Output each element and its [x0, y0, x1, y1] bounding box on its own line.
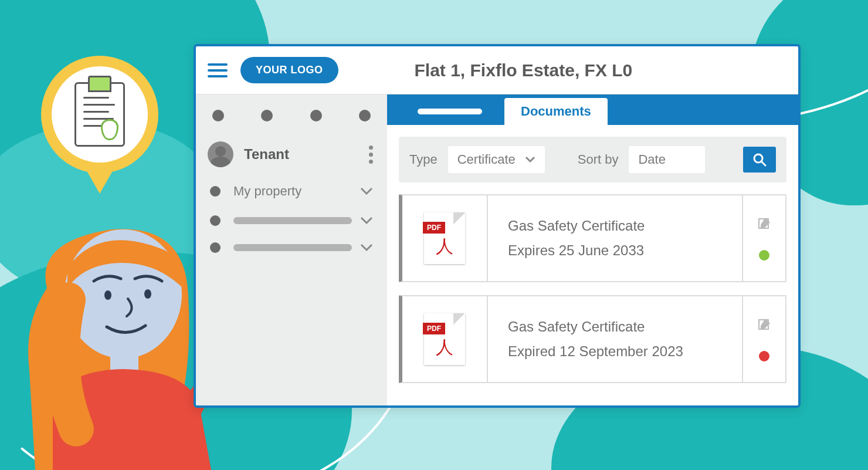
nav-placeholder-bar: [233, 244, 352, 251]
nav-placeholder-bar: [233, 217, 352, 224]
svg-line-7: [761, 161, 765, 165]
tenant-label: Tenant: [244, 146, 367, 163]
pdf-file-icon: PDF 人: [424, 313, 465, 365]
nav-bullet-icon: [210, 215, 221, 226]
brand-logo: YOUR LOGO: [240, 57, 338, 83]
filter-bar: Type Certificate Sort by Date: [399, 137, 786, 182]
search-icon: [752, 153, 767, 167]
shield-icon: [101, 119, 118, 140]
chevron-down-icon: [360, 187, 373, 195]
edit-icon[interactable]: [757, 216, 771, 230]
svg-point-1: [104, 290, 111, 300]
sidebar-item-placeholder[interactable]: [196, 207, 387, 234]
sidebar-item-placeholder[interactable]: [196, 234, 387, 261]
tab-documents[interactable]: Documents: [504, 98, 608, 125]
clipboard-pin-badge: [41, 56, 158, 197]
status-indicator: [759, 250, 769, 261]
main-panel: Documents Type Certificate Sort by Date: [387, 94, 798, 405]
filter-sort-value: Date: [638, 152, 665, 167]
filter-sort-label: Sort by: [578, 152, 619, 167]
document-card[interactable]: PDF 人 Gas Safety Certificate Expires 25 …: [399, 194, 786, 282]
chevron-down-icon: [360, 244, 373, 252]
sidebar-dot[interactable]: [359, 110, 371, 121]
pdf-badge: PDF: [423, 323, 445, 334]
edit-icon[interactable]: [757, 317, 771, 331]
document-thumbnail: PDF 人: [402, 195, 488, 281]
sidebar-dot[interactable]: [261, 110, 273, 121]
document-expiry: Expires 25 June 2033: [508, 242, 742, 259]
document-title: Gas Safety Certificate: [508, 319, 742, 335]
document-actions: [742, 195, 785, 281]
chevron-down-icon: [525, 156, 535, 163]
document-info: Gas Safety Certificate Expired 12 Septem…: [488, 296, 742, 382]
filter-type-value: Certificate: [457, 152, 516, 167]
status-indicator: [759, 351, 769, 361]
search-button[interactable]: [743, 147, 776, 173]
svg-point-2: [144, 289, 151, 299]
chevron-down-icon: [360, 217, 373, 225]
tabbar: Documents: [387, 94, 798, 125]
pdf-badge: PDF: [423, 222, 445, 234]
nav-bullet-icon: [210, 242, 221, 253]
document-title: Gas Safety Certificate: [508, 218, 742, 234]
app-window: YOUR LOGO Flat 1, Fixflo Estate, FX L0 T…: [194, 44, 801, 408]
hamburger-menu-icon[interactable]: [208, 63, 228, 77]
document-card[interactable]: PDF 人 Gas Safety Certificate Expired 12 …: [399, 295, 786, 383]
document-expiry: Expired 12 September 2023: [508, 343, 742, 360]
pdf-file-icon: PDF 人: [424, 212, 465, 264]
sidebar-dot[interactable]: [212, 110, 224, 121]
tenant-row: Tenant: [196, 133, 387, 175]
filter-type-select[interactable]: Certificate: [448, 146, 545, 173]
nav-bullet-icon: [210, 186, 221, 197]
filter-type-label: Type: [409, 152, 438, 167]
kebab-menu-icon[interactable]: [367, 143, 375, 166]
tab-placeholder[interactable]: [401, 98, 499, 125]
sidebar-tab-dots: [196, 100, 387, 133]
sidebar-item-my-property[interactable]: My property: [196, 175, 387, 207]
sidebar-dot[interactable]: [310, 110, 322, 121]
avatar-icon: [208, 141, 233, 167]
page-title: Flat 1, Fixflo Estate, FX L0: [415, 60, 633, 80]
clipboard-icon: [74, 82, 125, 147]
sidebar: Tenant My property: [196, 94, 387, 405]
topbar: YOUR LOGO Flat 1, Fixflo Estate, FX L0: [196, 46, 798, 94]
filter-sort-select[interactable]: Date: [629, 146, 705, 173]
document-actions: [742, 296, 785, 382]
nav-label: My property: [233, 184, 352, 199]
document-thumbnail: PDF 人: [402, 296, 488, 382]
document-list: PDF 人 Gas Safety Certificate Expires 25 …: [387, 194, 798, 395]
document-info: Gas Safety Certificate Expires 25 June 2…: [488, 195, 742, 281]
